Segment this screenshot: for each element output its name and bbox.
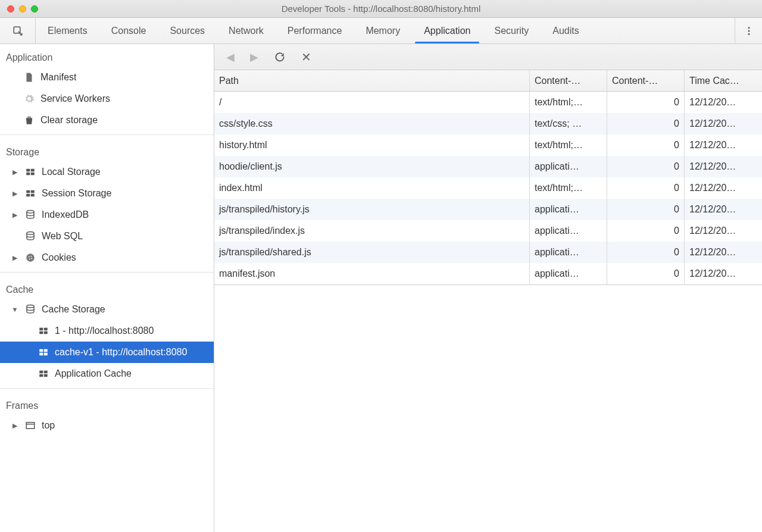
svg-rect-25 bbox=[39, 349, 43, 352]
tab-performance[interactable]: Performance bbox=[276, 18, 354, 43]
sidebar-item-label: IndexedDB bbox=[42, 209, 89, 220]
svg-point-13 bbox=[27, 211, 34, 214]
cell-path: js/transpiled/history.js bbox=[214, 199, 530, 220]
table-row[interactable]: hoodie/client.jsapplicati…012/12/20… bbox=[214, 156, 762, 177]
table-row[interactable]: js/transpiled/shared.jsapplicati…012/12/… bbox=[214, 242, 762, 263]
cell-ct: applicati… bbox=[530, 263, 607, 284]
sidebar-item[interactable]: ▶Local Storage bbox=[0, 161, 214, 183]
cell-cl: 0 bbox=[607, 156, 685, 177]
window-minimize-button[interactable] bbox=[19, 5, 26, 12]
col-path[interactable]: Path bbox=[214, 70, 530, 91]
table-row[interactable]: css/style.csstext/css; …012/12/20… bbox=[214, 113, 762, 134]
svg-rect-5 bbox=[26, 169, 30, 172]
tab-audits[interactable]: Audits bbox=[541, 18, 591, 43]
svg-rect-23 bbox=[39, 331, 43, 334]
sidebar-item[interactable]: Application Cache bbox=[0, 363, 214, 384]
svg-rect-27 bbox=[39, 353, 43, 356]
table-row[interactable]: index.htmltext/html;…012/12/20… bbox=[214, 177, 762, 199]
frame-icon bbox=[25, 420, 36, 431]
table-row[interactable]: js/transpiled/history.jsapplicati…012/12… bbox=[214, 199, 762, 220]
svg-rect-8 bbox=[31, 173, 35, 176]
svg-point-15 bbox=[26, 254, 35, 262]
grid-icon bbox=[38, 368, 49, 379]
file-icon bbox=[24, 72, 35, 83]
more-icon[interactable] bbox=[735, 18, 762, 43]
svg-rect-12 bbox=[31, 194, 35, 197]
cell-tc: 12/12/20… bbox=[685, 242, 762, 263]
tab-memory[interactable]: Memory bbox=[354, 18, 412, 43]
tab-network[interactable]: Network bbox=[217, 18, 276, 43]
svg-rect-24 bbox=[44, 331, 48, 334]
grid-icon bbox=[25, 167, 36, 177]
svg-point-1 bbox=[748, 27, 749, 29]
cell-ct: applicati… bbox=[530, 220, 607, 242]
sidebar-item[interactable]: ▼Cache Storage bbox=[0, 299, 214, 320]
col-content-length[interactable]: Content-… bbox=[607, 70, 685, 91]
expand-icon[interactable]: ▶ bbox=[11, 168, 19, 176]
cell-cl: 0 bbox=[607, 113, 685, 134]
cell-cl: 0 bbox=[607, 134, 685, 156]
window-zoom-button[interactable] bbox=[31, 5, 38, 12]
svg-rect-33 bbox=[26, 423, 35, 429]
sidebar-item-label: Manifest bbox=[40, 72, 76, 83]
cell-path: js/transpiled/index.js bbox=[214, 220, 530, 242]
expand-icon[interactable]: ▶ bbox=[11, 190, 19, 198]
cell-ct: text/html;… bbox=[530, 134, 607, 156]
cell-path: hoodie/client.js bbox=[214, 156, 530, 177]
table-row[interactable]: history.htmltext/html;…012/12/20… bbox=[214, 134, 762, 156]
nav-back-icon[interactable]: ◀ bbox=[226, 51, 235, 64]
cell-tc: 12/12/20… bbox=[685, 92, 762, 113]
col-content-type[interactable]: Content-… bbox=[530, 70, 607, 91]
refresh-icon[interactable] bbox=[274, 51, 286, 63]
section-storage: Storage bbox=[0, 139, 214, 161]
cache-toolbar: ◀ ▶ ✕ bbox=[214, 44, 762, 70]
db-icon bbox=[25, 231, 36, 242]
cell-path: index.html bbox=[214, 177, 530, 199]
table-row[interactable]: manifest.jsonapplicati…012/12/20… bbox=[214, 263, 762, 284]
col-time-cached[interactable]: Time Cac… bbox=[685, 70, 762, 91]
sidebar: Application ManifestService WorkersClear… bbox=[0, 44, 214, 532]
sidebar-item[interactable]: ▶top bbox=[0, 415, 214, 436]
svg-rect-32 bbox=[44, 374, 48, 377]
cell-ct: applicati… bbox=[530, 242, 607, 263]
sidebar-item[interactable]: Service Workers bbox=[0, 88, 214, 109]
sidebar-item[interactable]: Web SQL bbox=[0, 226, 214, 247]
tab-console[interactable]: Console bbox=[99, 18, 158, 43]
nav-forward-icon[interactable]: ▶ bbox=[250, 51, 258, 64]
expand-icon[interactable]: ▶ bbox=[11, 254, 19, 262]
svg-rect-21 bbox=[39, 328, 43, 331]
sidebar-item[interactable]: cache-v1 - http://localhost:8080 bbox=[0, 342, 214, 363]
expand-icon[interactable]: ▶ bbox=[11, 422, 19, 430]
svg-rect-29 bbox=[39, 371, 43, 374]
svg-rect-10 bbox=[31, 190, 35, 193]
sidebar-item[interactable]: Manifest bbox=[0, 67, 214, 88]
cell-cl: 0 bbox=[607, 220, 685, 242]
section-application: Application bbox=[0, 44, 214, 67]
sidebar-item[interactable]: ▶Cookies bbox=[0, 247, 214, 268]
sidebar-item[interactable]: ▶Session Storage bbox=[0, 183, 214, 204]
inspect-icon[interactable] bbox=[0, 18, 36, 43]
sidebar-item[interactable]: Clear storage bbox=[0, 109, 214, 131]
tab-security[interactable]: Security bbox=[482, 18, 541, 43]
window-close-button[interactable] bbox=[7, 5, 14, 12]
tab-application[interactable]: Application bbox=[412, 18, 482, 43]
table-row[interactable]: /text/html;…012/12/20… bbox=[214, 92, 762, 113]
svg-point-3 bbox=[748, 33, 749, 35]
expand-icon[interactable]: ▶ bbox=[11, 211, 19, 219]
svg-point-16 bbox=[29, 256, 30, 258]
sidebar-item-label: Cookies bbox=[42, 252, 76, 263]
sidebar-item[interactable]: 1 - http://localhost:8080 bbox=[0, 320, 214, 342]
cell-cl: 0 bbox=[607, 242, 685, 263]
cache-table: Path Content-… Content-… Time Cac… /text… bbox=[214, 70, 762, 285]
table-row[interactable]: js/transpiled/index.jsapplicati…012/12/2… bbox=[214, 220, 762, 242]
expand-icon[interactable]: ▼ bbox=[11, 306, 19, 313]
window-title: Developer Tools - http://localhost:8080/… bbox=[0, 4, 762, 14]
tab-sources[interactable]: Sources bbox=[158, 18, 217, 43]
svg-point-19 bbox=[31, 258, 32, 259]
sidebar-item[interactable]: ▶IndexedDB bbox=[0, 204, 214, 226]
delete-icon[interactable]: ✕ bbox=[301, 50, 311, 64]
sidebar-item-label: Web SQL bbox=[42, 231, 83, 242]
db-icon bbox=[25, 209, 36, 220]
sidebar-item-label: Session Storage bbox=[42, 188, 111, 199]
tab-elements[interactable]: Elements bbox=[36, 18, 99, 43]
